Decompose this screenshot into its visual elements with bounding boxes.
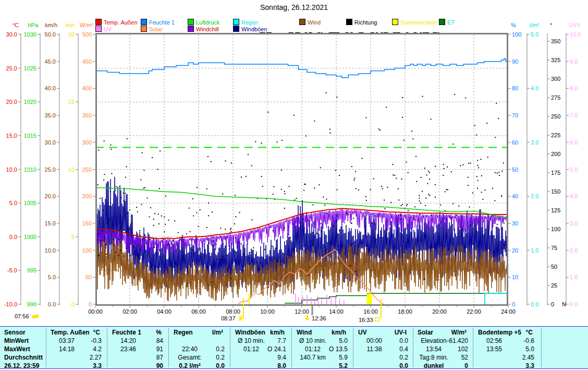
axis-tick-label: 1010 (24, 166, 36, 173)
axis-tick-label: 35.0 (45, 112, 56, 118)
direction-dot (316, 233, 317, 234)
stat-time: 00:00 (356, 337, 393, 345)
axis-tick-label: 75 (551, 245, 557, 251)
direction-dot (386, 229, 387, 230)
direction-dot (336, 221, 337, 222)
stat-value: 2.27 (90, 353, 102, 362)
row-label: Sensor (4, 328, 46, 337)
stat-value: 52 (461, 353, 468, 362)
direction-dot (208, 202, 209, 204)
direction-dot (152, 157, 153, 158)
axis-tick-label: 25 (551, 282, 557, 289)
axis-tick-label: 350 (82, 112, 92, 118)
direction-dot (405, 228, 406, 229)
axis-tick-label: 300 (551, 76, 560, 82)
axis-tick-label: 0 (89, 301, 92, 307)
column-unit: W/m² (451, 328, 467, 337)
direction-dot (386, 107, 387, 108)
solar-noon-annotation: 12:36 (304, 315, 326, 321)
direction-dot (212, 212, 213, 213)
direction-dot (126, 248, 127, 249)
direction-dot (111, 173, 112, 174)
axis-tick-label: 200 (82, 193, 92, 199)
direction-dot (127, 138, 128, 139)
direction-dot (209, 243, 210, 244)
axis-tick-label: 500 (82, 31, 92, 38)
direction-dot (501, 171, 503, 172)
table-header: Windkm/h (294, 328, 350, 337)
direction-dot (487, 157, 488, 158)
direction-dot (462, 164, 463, 165)
axis-tick-label: 45.0 (45, 58, 56, 65)
axis-tick-label: 50 (551, 264, 557, 270)
direction-dot (230, 229, 231, 230)
axis-tick-label: 1020 (24, 99, 36, 105)
axis-tick-label: 0.0 (48, 301, 56, 307)
direction-dot (447, 166, 448, 168)
direction-dot (396, 178, 397, 179)
direction-dot (198, 226, 199, 227)
axis-unit-l/m²: l/m² (530, 22, 540, 28)
stat-value: 0.0 (399, 337, 408, 345)
stat-value: -0.6 (523, 337, 534, 345)
direction-dot (120, 250, 121, 251)
direction-dot (356, 188, 357, 189)
direction-dot (454, 94, 455, 95)
stat-value: 5.2 (339, 362, 348, 370)
direction-dot (235, 195, 236, 196)
direction-dot (400, 219, 401, 220)
axis-tick-label: 0 (71, 301, 75, 307)
axis-tick-label: 0.0 (9, 234, 17, 240)
direction-dot (179, 238, 180, 240)
stat-value: 3.3 (525, 362, 534, 370)
table-header: Feuchte 1% (109, 328, 166, 337)
direction-dot (421, 177, 422, 178)
direction-dot (411, 130, 412, 132)
direction-dot (476, 176, 477, 177)
direction-dot (192, 249, 193, 250)
statistics-table: SensorMinWertMaxWertDurchschnitt26.12. 2… (0, 326, 588, 369)
axis-tick-label: 70 (512, 112, 518, 118)
table-separator (168, 328, 169, 367)
direction-dot (406, 162, 407, 163)
direction-dot (251, 165, 252, 166)
table-cell: 140.7 km5.9 (294, 353, 350, 362)
direction-dot (378, 128, 379, 129)
direction-dot (352, 243, 353, 244)
direction-dot (105, 244, 106, 245)
direction-dot (216, 259, 217, 260)
axis-tick-label: 60 (512, 139, 518, 146)
direction-dot (225, 160, 226, 161)
axis-tick-label: 0.0 (531, 301, 538, 307)
direction-dot (495, 137, 496, 138)
time-label: 22:00 (467, 308, 481, 315)
axis-tick-label: 200 (551, 151, 560, 157)
direction-dot (410, 217, 411, 218)
stat-time: Tag:8 min. (415, 353, 452, 362)
direction-dot (484, 189, 485, 190)
direction-dot (241, 244, 242, 245)
axis-tick-label: 100 (551, 226, 560, 232)
table-cell: Tag:8 min.52 (415, 353, 471, 362)
stat-time: 0.2 l/m² (171, 362, 209, 370)
stat-value: O 24.1 (267, 345, 286, 353)
row-label: Durchschnitt (4, 353, 46, 362)
direction-dot (401, 178, 402, 180)
stat-value: 4.2 (93, 345, 102, 353)
direction-dot (97, 240, 99, 241)
direction-dot (474, 225, 475, 226)
direction-dot (407, 204, 408, 205)
direction-dot (347, 212, 348, 213)
direction-dot (235, 237, 236, 238)
direction-dot (374, 223, 375, 224)
direction-dot (225, 229, 226, 230)
direction-dot (136, 207, 137, 208)
axis-tick-label: 4.0 (531, 85, 538, 91)
direction-dot (497, 224, 498, 225)
table-header: Regenl/m² (171, 328, 227, 337)
direction-dot (416, 181, 417, 182)
direction-dot (429, 195, 430, 196)
axis-tick-label: 7.0 (570, 112, 578, 118)
direction-dot (174, 220, 175, 221)
direction-dot (402, 117, 403, 118)
